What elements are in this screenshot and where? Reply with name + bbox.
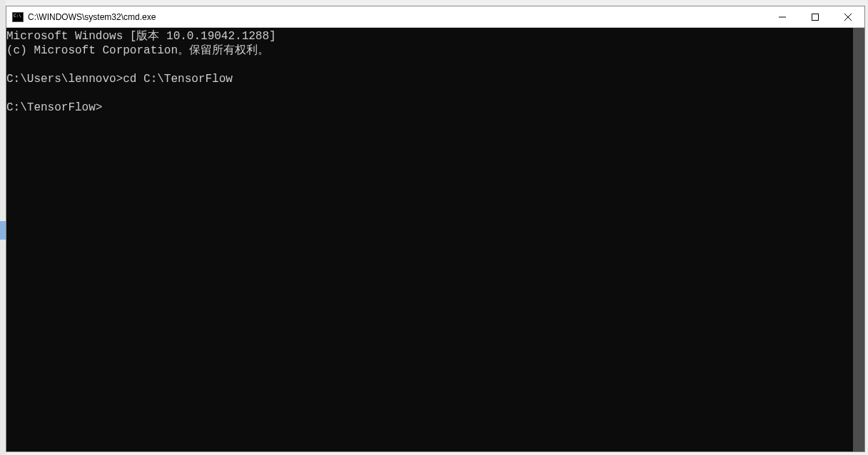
maximize-button[interactable]: [799, 6, 832, 27]
close-icon: [844, 14, 852, 21]
terminal-output[interactable]: Microsoft Windows [版本 10.0.19042.1288] (…: [6, 28, 853, 451]
close-button[interactable]: [832, 6, 864, 27]
vertical-scrollbar[interactable]: [853, 28, 864, 451]
titlebar-left: C:\WINDOWS\system32\cmd.exe: [6, 12, 766, 22]
svg-rect-1: [812, 14, 819, 20]
cmd-window: C:\WINDOWS\system32\cmd.exe Microsoft Wi…: [6, 6, 865, 452]
minimize-button[interactable]: [766, 6, 799, 27]
window-title: C:\WINDOWS\system32\cmd.exe: [28, 12, 156, 22]
window-controls: [766, 6, 864, 27]
cmd-icon: [12, 12, 24, 22]
background-window-hint: [0, 221, 6, 240]
maximize-icon: [812, 14, 819, 21]
minimize-icon: [779, 14, 786, 21]
scrollbar-thumb[interactable]: [853, 28, 864, 451]
titlebar[interactable]: C:\WINDOWS\system32\cmd.exe: [6, 6, 864, 28]
terminal-wrap: Microsoft Windows [版本 10.0.19042.1288] (…: [6, 28, 864, 451]
